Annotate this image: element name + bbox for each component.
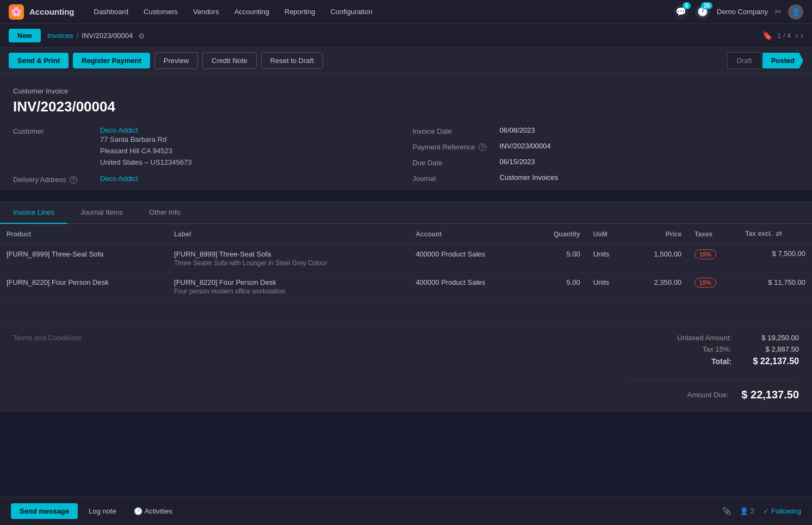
tabs-bar: Invoice Lines Journal Items Other Info (0, 202, 812, 224)
status-posted: Posted (763, 53, 803, 68)
activities-button[interactable]: 🕐 Activities (127, 503, 179, 519)
top-nav: 🌸 Accounting Dashboard Customers Vendors… (0, 0, 812, 24)
footer-section: Terms and Conditions Untaxed Amount: $ 1… (0, 323, 812, 412)
settings-icon[interactable]: ⚙ (138, 32, 145, 40)
col-quantity: Quantity (529, 224, 587, 244)
tab-journal-items[interactable]: Journal Items (67, 202, 136, 224)
payment-ref-value: INV/2023/00004 (500, 142, 551, 150)
tab-invoice-lines[interactable]: Invoice Lines (0, 202, 67, 224)
nav-vendors[interactable]: Vendors (187, 4, 226, 19)
nav-reporting[interactable]: Reporting (278, 4, 321, 19)
tax-label: Tax 15%: (703, 345, 732, 353)
row2-tax-excl: $ 11,750.00 (739, 272, 812, 301)
breadcrumb-separator: / (76, 32, 78, 40)
send-print-button[interactable]: Send & Print (9, 53, 69, 68)
untaxed-row: Untaxed Amount: $ 19,250.00 (625, 334, 799, 342)
col-label: Label (168, 224, 409, 244)
breadcrumb-current: INV/2023/00004 (82, 32, 133, 40)
customer-label: Customer (13, 126, 100, 135)
bookmark-icon[interactable]: 🔖 (762, 30, 773, 41)
invoice-type-label: Customer Invoice (13, 87, 799, 95)
tabs-section: Invoice Lines Journal Items Other Info P… (0, 201, 812, 412)
row1-tax-excl: $ 7,500.00 (739, 244, 812, 272)
col-price: Price (629, 224, 688, 244)
app-brand: Accounting (29, 7, 75, 16)
avatar[interactable]: 👤 (788, 4, 803, 20)
nav-customers[interactable]: Customers (137, 4, 184, 19)
delivery-help-icon[interactable]: ? (70, 176, 77, 184)
nav-menu: Dashboard Customers Vendors Accounting R… (88, 4, 674, 19)
register-payment-button[interactable]: Register Payment (73, 53, 150, 68)
app-logo: 🌸 (9, 4, 24, 20)
nav-accounting[interactable]: Accounting (228, 4, 276, 19)
invoice-number: INV/2023/00004 (13, 98, 799, 115)
breadcrumb-invoices[interactable]: Invoices (47, 32, 73, 40)
notifications-icon[interactable]: 💬5 (673, 4, 689, 20)
col-taxes: Taxes (688, 224, 739, 244)
clock-icon: 🕐 (134, 507, 142, 515)
totals-area: Untaxed Amount: $ 19,250.00 Tax 15%: $ 2… (625, 334, 799, 401)
log-note-button[interactable]: Log note (82, 503, 123, 519)
table-row[interactable]: [FURN_8999] Three-Seat Sofa [FURN_8999] … (0, 244, 812, 272)
credit-note-button[interactable]: Credit Note (202, 52, 257, 69)
empty-row-area[interactable] (0, 301, 812, 323)
reset-icon[interactable]: ⇄ (776, 229, 782, 238)
tax-value: $ 2,887.50 (745, 345, 799, 353)
customer-row: Customer Deco Addict 77 Santa Barbara Rd… (13, 126, 400, 168)
due-date-row: Due Date 06/15/2023 (413, 158, 799, 167)
payment-ref-row: Payment Reference ? INV/2023/00004 (413, 142, 799, 151)
row2-quantity: 5.00 (529, 272, 587, 301)
payment-ref-help-icon[interactable]: ? (479, 143, 486, 151)
row2-taxes: 15% (688, 272, 739, 301)
nav-configuration[interactable]: Configuration (324, 4, 379, 19)
followers-count: 2 (751, 507, 754, 515)
activities-icon[interactable]: 🕐26 (695, 4, 710, 20)
scissor-icon[interactable]: ✂ (774, 7, 782, 17)
invoice-table: Product Label Account Quantity UoM Price… (0, 224, 812, 301)
delivery-address-row: Delivery Address ? Deco Addict (13, 174, 400, 184)
invoice-date-row: Invoice Date 06/08/2023 (413, 126, 799, 135)
activities-count: 26 (701, 2, 712, 9)
amount-due-section: Amount Due: $ 22,137.50 (625, 379, 799, 401)
status-bar: Draft Posted (727, 52, 803, 69)
form-right: Invoice Date 06/08/2023 Payment Referenc… (413, 126, 799, 190)
nav-dashboard[interactable]: Dashboard (88, 4, 135, 19)
journal-row: Journal Customer Invoices (413, 173, 799, 183)
row1-account: 400000 Product Sales (409, 244, 529, 272)
delivery-address-value[interactable]: Deco Addict (100, 174, 138, 183)
preview-button[interactable]: Preview (154, 52, 198, 69)
send-message-button[interactable]: Send message (11, 503, 78, 519)
total-row: Total: $ 22,137.50 (625, 357, 799, 366)
new-button[interactable]: New (9, 29, 41, 42)
attachment-icon[interactable]: 📎 (722, 507, 731, 515)
row2-account: 400000 Product Sales (409, 272, 529, 301)
form-section: Customer Deco Addict 77 Santa Barbara Rd… (13, 126, 799, 190)
reset-draft-button[interactable]: Reset to Draft (261, 52, 323, 69)
tax-row: Tax 15%: $ 2,887.50 (625, 345, 799, 353)
prev-arrow[interactable]: ‹ (795, 31, 798, 41)
col-uom: UoM (587, 224, 629, 244)
invoice-date-label: Invoice Date (413, 126, 500, 135)
following-button[interactable]: ✓ Following (763, 507, 801, 515)
status-draft: Draft (727, 52, 761, 69)
main-scroll-area[interactable]: Customer Invoice INV/2023/00004 Customer… (0, 74, 812, 412)
col-tax-excl: Tax excl. ⇄ (739, 224, 812, 244)
row2-product: [FURN_8220] Four Person Desk (0, 272, 168, 301)
customer-name[interactable]: Deco Addict (100, 126, 191, 134)
payment-ref-label: Payment Reference ? (413, 142, 500, 151)
row1-label: [FURN_8999] Three-Seat Sofa Three Seater… (168, 244, 409, 272)
next-arrow[interactable]: › (801, 31, 803, 41)
amount-due-row: Amount Due: $ 22,137.50 (625, 389, 799, 401)
journal-label: Journal (413, 173, 500, 183)
tab-other-info[interactable]: Other Info (136, 202, 194, 224)
action-bar: Send & Print Register Payment Preview Cr… (0, 48, 812, 74)
followers-info: 👤 2 (740, 507, 754, 515)
terms-area: Terms and Conditions (13, 334, 625, 401)
table-row[interactable]: [FURN_8220] Four Person Desk [FURN_8220]… (0, 272, 812, 301)
col-account: Account (409, 224, 529, 244)
main-content: Customer Invoice INV/2023/00004 Customer… (0, 74, 812, 190)
row2-uom: Units (587, 272, 629, 301)
breadcrumb-bar: New Invoices / INV/2023/00004 ⚙ 🔖 1 / 4 … (0, 24, 812, 48)
col-product: Product (0, 224, 168, 244)
invoice-date-value: 06/08/2023 (500, 126, 535, 134)
